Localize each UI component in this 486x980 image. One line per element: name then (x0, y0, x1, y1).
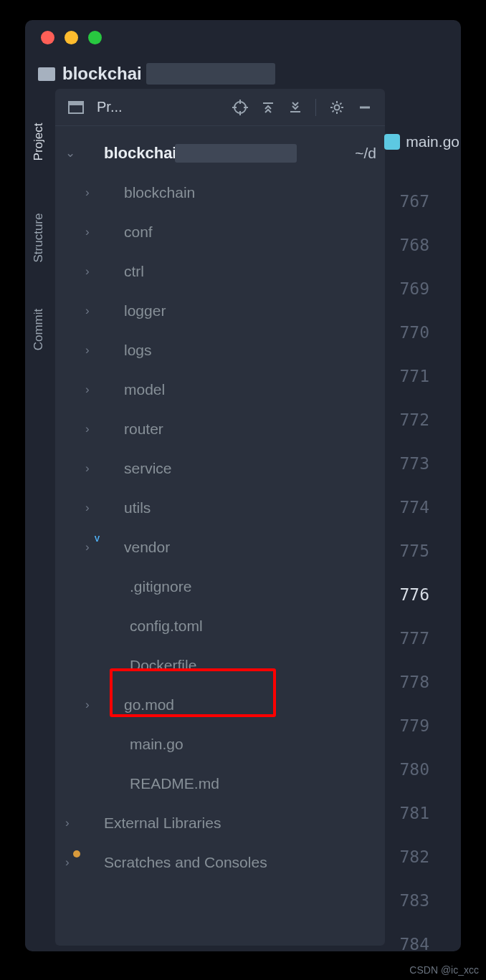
chevron-right-icon: › (65, 816, 78, 830)
tab-label: main.go (406, 133, 459, 150)
panel-title: Pr... (97, 99, 219, 115)
line-number: 774 (399, 498, 429, 542)
tree-file-gitignore[interactable]: .gitignore (59, 567, 381, 606)
line-number: 778 (399, 673, 429, 716)
line-number: 768 (399, 236, 429, 279)
gear-icon[interactable] (329, 100, 345, 115)
tree-external-libraries[interactable]: ›External Libraries (59, 803, 381, 842)
line-number: 772 (399, 410, 429, 454)
chevron-right-icon: › (65, 855, 78, 870)
line-number: 771 (399, 367, 429, 410)
line-number: 781 (399, 804, 429, 847)
breadcrumb[interactable]: blockchai (25, 54, 461, 93)
collapse-all-icon[interactable] (288, 100, 302, 115)
tree-file-config-toml[interactable]: config.toml (59, 606, 381, 645)
expand-all-icon[interactable] (261, 100, 275, 115)
sidebar-label: Structure (32, 213, 46, 263)
watermark: CSDN @ic_xcc (409, 964, 479, 976)
root-name: blockchai (104, 144, 176, 163)
minimize-panel-icon[interactable] (358, 100, 372, 115)
folder-icon (38, 67, 55, 81)
tree-folder-conf[interactable]: ›conf (59, 212, 381, 251)
file-tree: ⌄ blockchai ~/d ›blockchain ›conf ›ctrl … (55, 126, 385, 889)
chevron-right-icon: › (85, 383, 98, 397)
chevron-right-icon: › (85, 501, 98, 515)
line-number: 783 (399, 891, 429, 935)
sidebar-label: Commit (32, 309, 46, 351)
sidebar-tab-structure[interactable]: Structure (32, 213, 46, 263)
line-number: 782 (399, 847, 429, 891)
tree-folder-vendor[interactable]: ›vendor (59, 527, 381, 567)
window-icon (68, 101, 84, 114)
chevron-right-icon: › (85, 225, 98, 239)
chevron-right-icon: › (85, 343, 98, 357)
file-label: .gitignore (130, 578, 191, 595)
chevron-right-icon: › (85, 422, 98, 436)
line-number: 769 (399, 279, 429, 323)
file-label: config.toml (130, 618, 203, 635)
line-number: 780 (399, 760, 429, 804)
tree-folder-model[interactable]: ›model (59, 370, 381, 409)
main-area: Project Structure Commit Pr... (25, 93, 461, 946)
folder-label: logger (124, 302, 166, 320)
target-icon[interactable] (232, 100, 248, 115)
line-number: 779 (399, 716, 429, 760)
line-number: 775 (399, 542, 429, 585)
maximize-window-button[interactable] (88, 31, 102, 44)
minimize-window-button[interactable] (65, 31, 78, 44)
folder-label: ctrl (124, 263, 144, 280)
tree-folder-router[interactable]: ›router (59, 409, 381, 448)
panel-header: Pr... (55, 89, 385, 126)
folder-label: service (124, 460, 172, 477)
sidebar-tab-commit[interactable]: Commit (32, 309, 46, 351)
folder-label: conf (124, 224, 153, 241)
file-label: main.go (130, 736, 184, 753)
sidebar-tab-project[interactable]: Project (32, 123, 46, 161)
folder-label: model (124, 381, 165, 398)
editor-tab[interactable]: main.go (384, 133, 461, 150)
tree-folder-service[interactable]: ›service (59, 448, 381, 488)
close-window-button[interactable] (41, 31, 54, 44)
tree-folder-blockchain[interactable]: ›blockchain (59, 173, 381, 212)
redacted-text (175, 144, 297, 163)
tree-file-main-go[interactable]: main.go (59, 724, 381, 764)
project-panel: Pr... ⌄ (55, 89, 385, 946)
tree-file-readme[interactable]: README.md (59, 764, 381, 803)
folder-label: utils (124, 499, 151, 517)
line-number: 770 (399, 323, 429, 367)
tree-folder-ctrl[interactable]: ›ctrl (59, 251, 381, 291)
project-name: blockchai (62, 64, 142, 84)
chevron-right-icon: › (85, 461, 98, 476)
separator (315, 99, 316, 116)
line-number: 777 (399, 629, 429, 673)
tree-scratches[interactable]: ›Scratches and Consoles (59, 842, 381, 882)
svg-rect-1 (69, 102, 83, 105)
svg-point-9 (335, 105, 340, 110)
line-number: 767 (399, 192, 429, 236)
go-file-icon (384, 134, 400, 150)
line-number-active: 776 (399, 585, 429, 629)
label: Scratches and Consoles (104, 854, 267, 871)
line-number-gutter: 767 768 769 770 771 772 773 774 775 776 … (399, 192, 429, 951)
root-suffix: ~/d (355, 145, 376, 162)
sidebar-label: Project (32, 123, 46, 161)
tree-folder-utils[interactable]: ›utils (59, 488, 381, 527)
line-number: 773 (399, 454, 429, 498)
ide-window: blockchai Project Structure Commit Pr... (25, 20, 461, 951)
label: External Libraries (104, 815, 221, 832)
folder-label: blockchain (124, 184, 195, 201)
chevron-down-icon: ⌄ (65, 145, 78, 160)
line-number: 784 (399, 935, 429, 951)
chevron-right-icon: › (85, 698, 98, 712)
folder-label: router (124, 421, 163, 438)
redacted-path (146, 63, 275, 85)
titlebar (25, 20, 461, 54)
tree-folder-logs[interactable]: ›logs (59, 330, 381, 370)
chevron-right-icon: › (85, 186, 98, 200)
tree-root[interactable]: ⌄ blockchai ~/d (59, 133, 381, 173)
folder-label: logs (124, 342, 152, 359)
tree-folder-logger[interactable]: ›logger (59, 291, 381, 330)
file-label: README.md (130, 775, 219, 792)
chevron-right-icon: › (85, 304, 98, 318)
annotation-highlight (110, 668, 276, 717)
